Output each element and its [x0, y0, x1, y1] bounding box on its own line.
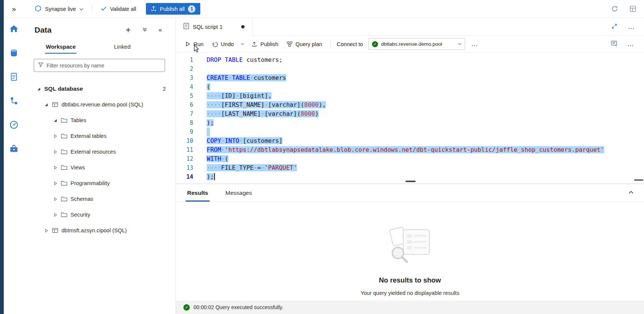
browse-gallery-button[interactable]: [629, 5, 636, 12]
collapse-panel-button[interactable]: «: [159, 26, 162, 34]
workspace-switcher[interactable]: Synapse live: [35, 5, 84, 13]
empty-results-state: No results to show Your query yielded no…: [176, 224, 644, 296]
nav-integrate[interactable]: [7, 94, 21, 108]
nav-manage[interactable]: [7, 142, 21, 156]
collapse-all-icon[interactable]: [142, 27, 147, 33]
nav-monitor[interactable]: [7, 118, 21, 132]
refresh-button[interactable]: [611, 5, 618, 12]
filter-input[interactable]: [47, 63, 161, 69]
tab-linked[interactable]: Linked: [113, 40, 131, 54]
line-number[interactable]: 3: [176, 73, 193, 82]
undo-redo-dropdown[interactable]: [238, 38, 247, 50]
line-number[interactable]: 12: [176, 154, 193, 163]
code-line[interactable]: 4(: [176, 82, 644, 91]
code-line[interactable]: 3CREATE·TABLE·customers: [176, 73, 644, 82]
resource-filter: [34, 59, 165, 72]
connect-pool-select[interactable]: ✓ dbtlabs.revenue.demo.pool: [368, 38, 465, 50]
run-button[interactable]: Run: [181, 38, 207, 50]
line-number[interactable]: 11: [176, 145, 193, 154]
code-line[interactable]: 11FROM·'https://dbtlabsynapsedatalake.bl…: [176, 145, 644, 154]
line-number[interactable]: 14: [176, 172, 193, 181]
line-text: WITH·(: [207, 154, 228, 163]
collapsed-arrow-icon[interactable]: [53, 197, 58, 201]
tab-more-button[interactable]: …: [628, 25, 635, 28]
tab-sql-script-1[interactable]: SQL script 1: [176, 18, 252, 36]
validate-all-button[interactable]: Validate all: [101, 5, 136, 13]
collapsed-arrow-icon[interactable]: [53, 150, 58, 154]
tree-node-label: Programmability: [71, 180, 110, 186]
code-line[interactable]: 5····[ID]·[bigint],: [176, 91, 644, 100]
line-text: (: [207, 82, 210, 91]
tree-row[interactable]: Tables: [24, 112, 176, 128]
rail-expand-button[interactable]: »: [4, 5, 24, 13]
tree-row[interactable]: Programmability: [24, 175, 176, 191]
undo-button[interactable]: Undo: [208, 38, 238, 50]
nav-home[interactable]: [7, 22, 21, 36]
tab-messages[interactable]: Messages: [224, 184, 254, 202]
tree-row[interactable]: Views: [24, 160, 176, 175]
code-line[interactable]: 8);: [176, 118, 644, 127]
horizontal-scrollbar[interactable]: [405, 181, 416, 182]
data-panel: Data + « Workspace Linked SQL database2d…: [24, 18, 176, 314]
tree-row[interactable]: dbtlabs.revenue.demo.pool (SQL): [24, 97, 176, 112]
no-results-illustration: [380, 224, 440, 266]
code-line[interactable]: 7····[LAST_NAME]·[varchar](8000): [176, 109, 644, 118]
feedback-button[interactable]: [611, 40, 617, 48]
line-number[interactable]: 10: [176, 136, 193, 145]
code-line[interactable]: 1DROP TABLE customers;: [176, 55, 644, 64]
expanded-arrow-icon[interactable]: [44, 103, 49, 107]
folder-icon: [61, 212, 68, 218]
collapsed-arrow-icon[interactable]: [53, 134, 58, 138]
toolbar-more-button[interactable]: …: [471, 43, 478, 45]
line-number[interactable]: 5: [176, 91, 193, 100]
grid-icon: [629, 5, 636, 12]
tree-row[interactable]: Security: [24, 207, 176, 223]
chevron-down-icon: [240, 43, 245, 45]
code-line[interactable]: 13····FILE_TYPE·=·'PARQUET': [176, 163, 644, 172]
tree-row[interactable]: dbtmsft.azsyn.cipool (SQL): [24, 223, 176, 238]
nav-develop[interactable]: [7, 70, 21, 84]
line-number[interactable]: 1: [176, 55, 193, 64]
code-line[interactable]: 14);: [176, 172, 644, 181]
line-number[interactable]: 4: [176, 82, 193, 91]
line-text: );: [207, 118, 214, 127]
add-resource-button[interactable]: +: [126, 26, 131, 34]
expand-editor-button[interactable]: [611, 23, 617, 31]
collapse-results-button[interactable]: [628, 189, 634, 197]
publish-all-button[interactable]: Publish all 1: [146, 3, 200, 15]
code-line[interactable]: 2: [176, 64, 644, 73]
sql-editor[interactable]: 1DROP TABLE customers;23CREATE·TABLE·cus…: [176, 52, 644, 184]
nav-data[interactable]: [7, 46, 21, 60]
expanded-arrow-icon[interactable]: [36, 87, 41, 91]
topbar: » Synapse live Validate all Publish all …: [4, 0, 644, 18]
tab-workspace[interactable]: Workspace: [45, 40, 77, 54]
collapsed-arrow-icon[interactable]: [53, 213, 58, 217]
expand-icon: [611, 23, 617, 29]
tree-row[interactable]: SQL database2: [24, 81, 176, 97]
tree-row[interactable]: Schemas: [24, 191, 176, 207]
tree-row[interactable]: External resources: [24, 144, 176, 160]
line-number[interactable]: 6: [176, 100, 193, 109]
collapsed-arrow-icon[interactable]: [53, 166, 58, 170]
code-line[interactable]: 6····[FIRST_NAME]·[varchar](8000),: [176, 100, 644, 109]
pool-status-icon: ✓: [372, 41, 378, 47]
collapsed-arrow-icon[interactable]: [44, 229, 49, 233]
tab-results[interactable]: Results: [186, 184, 210, 202]
code-line[interactable]: 12WITH·(: [176, 154, 644, 163]
query-plan-button[interactable]: Query plan: [283, 38, 326, 50]
line-number[interactable]: 13: [176, 163, 193, 172]
query-plan-label: Query plan: [296, 41, 322, 47]
tree-row[interactable]: External tables: [24, 128, 176, 144]
line-number[interactable]: 9: [176, 127, 193, 136]
line-number[interactable]: 2: [176, 64, 193, 73]
collapsed-arrow-icon[interactable]: [53, 181, 58, 185]
line-number[interactable]: 7: [176, 109, 193, 118]
expanded-arrow-icon[interactable]: [53, 118, 58, 123]
code-line[interactable]: 10COPY·INTO·[customers]: [176, 136, 644, 145]
folder-icon: [61, 196, 68, 202]
editor-tab-title: SQL script 1: [193, 24, 222, 30]
publish-button[interactable]: Publish: [248, 38, 282, 50]
editor-more-button[interactable]: …: [627, 43, 634, 45]
line-number[interactable]: 8: [176, 118, 193, 127]
code-line[interactable]: 9: [176, 127, 644, 136]
